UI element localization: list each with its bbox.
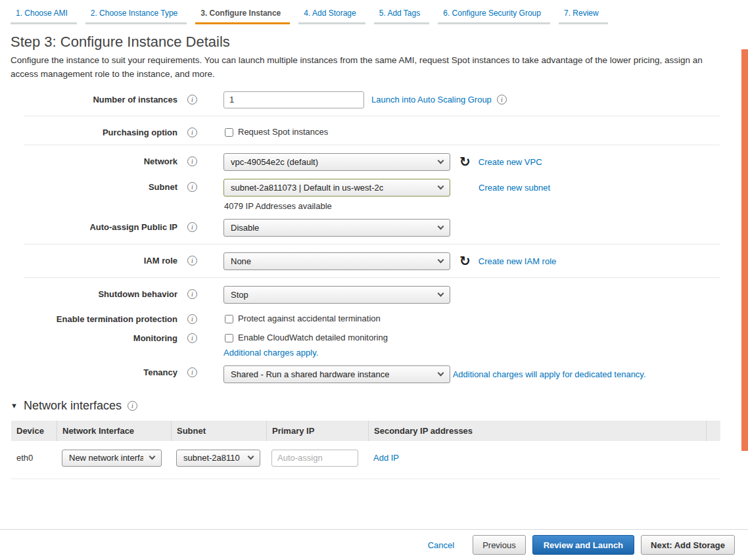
table-header-row: Device Network Interface Subnet Primary … (11, 421, 720, 441)
form-row-purchasing-option: Purchasing option i Request Spot instanc… (0, 124, 748, 137)
number-of-instances-input[interactable] (223, 91, 364, 108)
launch-into-auto-scaling-group-link[interactable]: Launch into Auto Scaling Group (371, 95, 492, 105)
collapse-triangle-icon[interactable]: ▼ (11, 402, 18, 409)
auto-assign-public-ip-select[interactable]: Disable (223, 219, 450, 237)
chevron-down-icon (438, 223, 444, 229)
request-spot-instances-checkbox[interactable] (225, 128, 233, 137)
tab-review[interactable]: 7. Review (559, 5, 608, 24)
info-icon[interactable]: i (128, 401, 137, 411)
wizard-tabs: 1. Choose AMI 2. Choose Instance Type 3.… (0, 0, 748, 24)
primary-ip-input[interactable] (271, 450, 358, 467)
request-spot-instances-row[interactable]: Request Spot instances (223, 124, 748, 137)
refresh-icon[interactable]: ↻ (459, 254, 471, 268)
auto-assign-public-ip-value: Disable (231, 223, 259, 233)
network-interfaces-section-header: ▼ Network interfaces i (11, 399, 748, 413)
auto-assign-public-ip-label: Auto-assign Public IP (0, 218, 177, 232)
info-icon[interactable]: i (187, 333, 197, 343)
chevron-down-icon (438, 290, 444, 296)
number-of-instances-label: Number of instances (0, 91, 177, 105)
info-icon[interactable]: i (187, 95, 197, 105)
subnet-label: Subnet (0, 178, 177, 192)
section-divider (24, 145, 720, 145)
network-interface-select[interactable]: New network interfa (62, 450, 162, 467)
chevron-down-icon (438, 183, 444, 189)
additional-charges-apply-link[interactable]: Additional charges apply. (223, 348, 318, 358)
section-divider (24, 277, 720, 278)
create-new-vpc-link[interactable]: Create new VPC (479, 157, 542, 167)
next-add-storage-button[interactable]: Next: Add Storage (641, 535, 735, 555)
termination-protection-checkbox-label: Protect against accidental termination (238, 314, 381, 323)
monitoring-row[interactable]: Enable CloudWatch detailed monitoring (223, 330, 748, 342)
termination-protection-row[interactable]: Protect against accidental termination (223, 311, 748, 323)
info-icon[interactable]: i (187, 289, 197, 299)
tab-add-tags[interactable]: 5. Add Tags (374, 5, 430, 24)
column-header-device: Device (11, 421, 57, 441)
dedicated-tenancy-charges-link[interactable]: Additional charges will apply for dedica… (453, 369, 646, 379)
column-header-subnet: Subnet (171, 421, 266, 441)
shutdown-behavior-label: Shutdown behavior (0, 285, 177, 299)
tenancy-label: Tenancy (0, 363, 177, 377)
tenancy-select[interactable]: Shared - Run a shared hardware instance (223, 365, 450, 383)
form-row-iam-role: IAM role i None ↻ Create new IAM role (0, 252, 748, 270)
add-ip-link[interactable]: Add IP (373, 453, 399, 463)
iam-role-select[interactable]: None (223, 252, 450, 270)
tab-configure-instance[interactable]: 3. Configure Instance (195, 5, 290, 24)
network-select[interactable]: vpc-49054e2c (default) (223, 153, 450, 171)
info-icon[interactable]: i (187, 182, 197, 192)
tab-configure-security-group[interactable]: 6. Configure Security Group (438, 5, 550, 24)
iam-role-value: None (231, 256, 251, 266)
network-interface-select-value: New network interfa (69, 453, 143, 463)
create-new-iam-role-link[interactable]: Create new IAM role (479, 256, 557, 266)
network-interfaces-title: Network interfaces (24, 399, 122, 413)
info-icon[interactable]: i (497, 95, 507, 105)
subnet-select[interactable]: subnet-2a811073 | Default in us-west-2c (223, 179, 450, 197)
termination-protection-checkbox[interactable] (225, 315, 233, 323)
create-new-subnet-link[interactable]: Create new subnet (479, 183, 550, 193)
column-header-primary-ip: Primary IP (266, 421, 368, 441)
info-icon[interactable]: i (187, 222, 197, 232)
network-interfaces-table: Device Network Interface Subnet Primary … (11, 421, 720, 479)
termination-protection-label: Enable termination protection (0, 310, 177, 324)
chevron-down-icon (438, 369, 444, 376)
page-description: Configure the instance to suit your requ… (11, 54, 731, 82)
chevron-down-icon (438, 256, 444, 263)
form-row-tenancy: Tenancy i Shared - Run a shared hardware… (0, 363, 748, 383)
chevron-down-icon (248, 454, 254, 460)
tab-choose-ami[interactable]: 1. Choose AMI (11, 5, 77, 24)
purchasing-option-label: Purchasing option (0, 124, 177, 137)
tenancy-value: Shared - Run a shared hardware instance (231, 369, 389, 379)
form-row-termination-protection: Enable termination protection i Protect … (0, 310, 748, 324)
table-header-filler (706, 421, 720, 441)
chevron-down-icon (438, 157, 444, 164)
info-icon[interactable]: i (187, 256, 197, 266)
form-row-monitoring: Monitoring i Enable CloudWatch detailed … (0, 329, 748, 358)
tab-choose-instance-type[interactable]: 2. Choose Instance Type (85, 5, 187, 24)
form-row-auto-assign-public-ip: Auto-assign Public IP i Disable (0, 218, 748, 237)
refresh-icon[interactable]: ↻ (459, 155, 471, 168)
iam-role-label: IAM role (0, 252, 177, 266)
form-row-network: Network i vpc-49054e2c (default) ↻ Creat… (0, 152, 748, 171)
review-and-launch-button[interactable]: Review and Launch (532, 535, 634, 555)
form-row-shutdown-behavior: Shutdown behavior i Stop (0, 285, 748, 304)
info-icon[interactable]: i (187, 367, 197, 377)
shutdown-behavior-value: Stop (231, 290, 248, 300)
tab-add-storage[interactable]: 4. Add Storage (298, 5, 365, 24)
request-spot-instances-label: Request Spot instances (238, 127, 328, 137)
subnet-select-value: subnet-2a811073 | Default in us-west-2c (231, 183, 383, 193)
info-icon[interactable]: i (187, 314, 197, 324)
cancel-link[interactable]: Cancel (428, 540, 454, 550)
info-icon[interactable]: i (187, 156, 197, 166)
cloudwatch-monitoring-checkbox[interactable] (225, 334, 233, 342)
info-icon[interactable]: i (187, 128, 197, 137)
column-header-network-interface: Network Interface (57, 421, 171, 441)
shutdown-behavior-select[interactable]: Stop (223, 286, 450, 304)
row-subnet-select[interactable]: subnet-2a8110 (176, 450, 260, 467)
device-cell: eth0 (11, 453, 57, 463)
table-row: eth0 New network interfa subnet-2a8110 A… (11, 441, 720, 478)
previous-button[interactable]: Previous (473, 535, 526, 555)
row-subnet-select-value: subnet-2a8110 (183, 453, 240, 463)
section-divider (24, 244, 720, 245)
network-select-value: vpc-49054e2c (default) (231, 157, 318, 167)
page-scrollbar[interactable] (741, 49, 748, 451)
column-header-secondary-ip: Secondary IP addresses (368, 421, 706, 441)
